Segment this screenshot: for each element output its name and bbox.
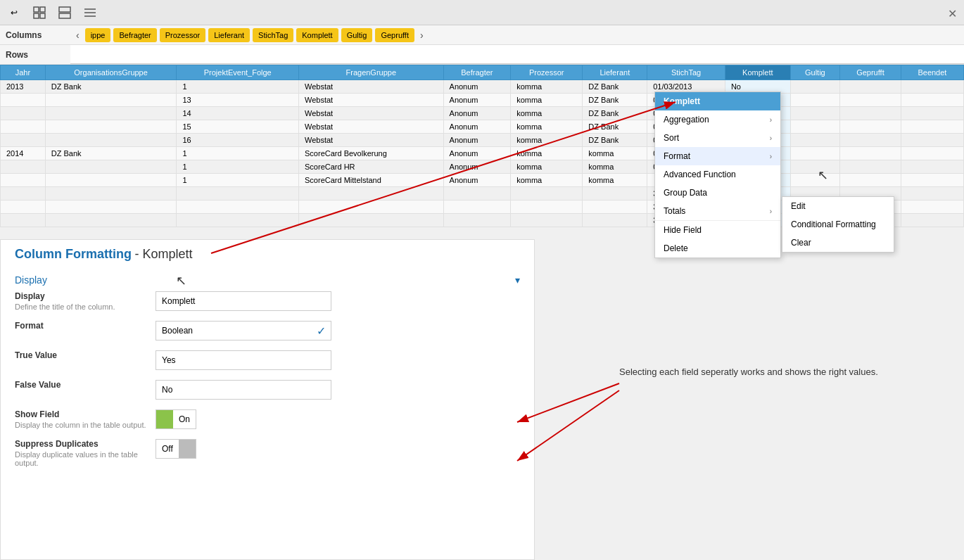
pill-befragter[interactable]: Befragter [113,28,156,42]
formatting-panel-title: Column Formatting - Komplett [1,240,534,269]
table-row: 15WebstatAnonumkommaDZ Bank01/06/2014No [1,120,964,134]
col-header-befragter[interactable]: Befragter [443,65,511,80]
pill-lieferant[interactable]: Lieferant [208,28,250,42]
pill-komplett[interactable]: Komplett [296,28,338,42]
table-row: 16WebstatAnonumkommaDZ Bank01/07/2014No [1,134,964,147]
table-row: 13WebstatAnonumkommaDZ Bank01/04/2014No [1,94,964,107]
context-menu: Komplett Aggregation› Sort› Format › Edi… [654,91,781,258]
col-header-gultig[interactable]: Gultig [790,65,839,80]
col-header-organisationsgruppe[interactable]: OrganisationsGruppe [45,65,177,80]
display-input[interactable] [156,291,331,311]
chevron-right-icon: › [770,153,772,160]
menu-item-hide-field[interactable]: Hide Field [655,220,780,239]
columns-header: Columns ‹ ippe Befragter Prozessor Liefe… [0,25,964,45]
columns-label: Columns [0,30,70,40]
col-header-jahr[interactable]: Jahr [1,65,46,80]
columns-nav-right[interactable]: › [417,30,426,41]
grid2-icon[interactable] [56,4,73,21]
annotation-text: Selecting each field seperatly works and… [619,366,878,378]
format-submenu: Edit Conditional Formatting Clear [782,196,894,253]
menu-item-aggregation[interactable]: Aggregation› [655,110,780,129]
svg-rect-2 [34,13,39,18]
true-value-input[interactable] [156,350,331,370]
columns-nav-left[interactable]: ‹ [73,30,82,41]
chevron-down-icon: ▾ [515,274,520,286]
false-value-row: False Value [15,380,520,400]
format-select[interactable]: Boolean Text Number [156,321,331,341]
toggle-color-on [156,410,173,428]
true-value-row: True Value [15,350,520,370]
menu-item-totals[interactable]: Totals› [655,202,780,220]
svg-rect-5 [59,13,70,18]
table-row: 1ScoreCard MittelstandAnonumkommakommaNo [1,174,964,187]
menu-item-advanced-function[interactable]: Advanced Function [655,165,780,184]
col-header-stichtag[interactable]: StichTag [647,65,725,80]
table-row: 2014DZ Bank1ScoreCard BevolkerungAnonumk… [1,147,964,160]
col-header-komplett[interactable]: Komplett [725,65,790,80]
false-value-input[interactable] [156,380,331,400]
svg-rect-4 [59,7,70,12]
context-menu-header: Komplett [655,92,780,110]
suppress-duplicates-toggle[interactable]: Off [156,439,196,459]
pill-gultig[interactable]: Gultig [341,28,373,42]
menu-item-delete[interactable]: Delete [655,239,780,257]
display-section-header[interactable]: Display ▾ [15,272,520,291]
undo-icon[interactable]: ↩ [6,4,23,21]
col-header-geprufft[interactable]: Geprufft [839,65,901,80]
format-field-row: Format Boolean Text Number ✓ [15,321,520,341]
grid-icon[interactable] [31,4,48,21]
rows-label: Rows [0,50,70,60]
svg-rect-1 [40,7,45,12]
display-field-row: Display Define the title of the column. [15,291,520,311]
pill-stichtag[interactable]: StichTag [253,28,293,42]
svg-rect-3 [40,13,45,18]
col-header-fragengruppe[interactable]: FragenGruppe [299,65,444,80]
pill-prozessor[interactable]: Prozessor [160,28,206,42]
list-icon[interactable] [82,4,99,21]
suppress-duplicates-row: Suppress Duplicates Display duplicate va… [15,439,520,467]
submenu-conditional-formatting[interactable]: Conditional Formatting [782,215,894,234]
table-row: 1ScoreCard HRAnonumkommakomma01/07/2014N… [1,160,964,174]
col-header-prozessor[interactable]: Prozessor [511,65,583,80]
table-row: 14WebstatAnonumkommaDZ Bank01/05/2014No [1,107,964,120]
context-menu-overlay: Komplett Aggregation› Sort› Format › Edi… [654,91,781,258]
rows-content [70,45,964,64]
close-button[interactable]: ✕ [948,7,957,20]
submenu-clear[interactable]: Clear [782,234,894,252]
menu-item-format[interactable]: Format › Edit Conditional Formatting Cle… [655,147,780,165]
col-header-beendet[interactable]: Beendet [901,65,963,80]
col-header-projektevent[interactable]: ProjektEvent_Folge [177,65,299,80]
menu-item-group-data[interactable]: Group Data [655,184,780,202]
table-row: 2013DZ Bank1WebstatAnonumkommaDZ Bank01/… [1,80,964,94]
show-field-row: Show Field Display the column in the tab… [15,409,520,429]
formatting-section-display: Display ▾ Display Define the title of th… [1,269,534,480]
formatting-panel: Column Formatting - Komplett Display ▾ D… [0,239,535,560]
columns-pills: ‹ ippe Befragter Prozessor Lieferant Sti… [70,28,964,42]
menu-item-sort[interactable]: Sort› [655,129,780,147]
show-field-toggle[interactable]: On [156,409,196,429]
pill-geprufft[interactable]: Geprufft [375,28,414,42]
chevron-right-icon: › [770,134,772,142]
rows-header: Rows [0,45,964,65]
submenu-edit[interactable]: Edit [782,197,894,215]
chevron-right-icon: › [770,116,772,124]
col-header-lieferant[interactable]: Lieferant [583,65,647,80]
pill-ippe[interactable]: ippe [85,28,111,42]
toggle-color-off [179,440,196,458]
chevron-right-icon: › [770,208,772,215]
svg-rect-0 [34,7,39,12]
toolbar: ↩ ✕ [0,0,964,25]
